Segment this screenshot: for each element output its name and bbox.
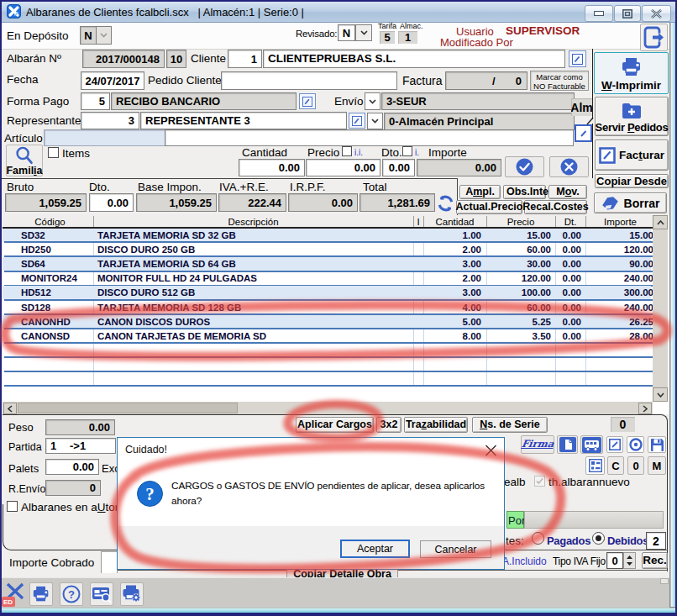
grid-cell-cantidad: 8.00 bbox=[423, 331, 486, 341]
articulo-field[interactable] bbox=[165, 129, 574, 146]
grid-header-i[interactable]: I bbox=[413, 216, 423, 228]
actual-precio-button[interactable]: Actual.Precio bbox=[456, 200, 522, 214]
forma-pago-num-field[interactable]: 5 bbox=[81, 92, 110, 110]
forma-pago-edit-button[interactable] bbox=[299, 93, 316, 109]
m-button[interactable]: M bbox=[648, 456, 666, 475]
toolbar-help-button[interactable]: ? bbox=[60, 582, 83, 606]
grid-row-canonhd[interactable]: CANONHDCANON DISCOS DUROS5.005.250.0026.… bbox=[3, 315, 651, 329]
totals-dto-field[interactable]: 0.00 bbox=[89, 193, 134, 212]
pedido-cliente-field[interactable] bbox=[221, 71, 397, 90]
grid-header-importe[interactable]: Importe bbox=[585, 216, 655, 228]
th-checkbox[interactable] bbox=[534, 476, 545, 487]
dto-input[interactable]: 0.00 bbox=[382, 159, 415, 176]
trazabilidad-button[interactable]: Trazabilidad bbox=[404, 417, 468, 433]
transporte-button[interactable] bbox=[580, 435, 603, 454]
grid-row-sd128[interactable]: SD128TARJETA MEMORIA SD 128 GB4.0060.000… bbox=[3, 301, 651, 314]
almacen-dropdown[interactable] bbox=[367, 113, 383, 129]
marcar-no-facturable[interactable]: Marcar como NO Facturable bbox=[530, 71, 589, 91]
nota-button[interactable] bbox=[557, 435, 578, 454]
scroll-down-button[interactable] bbox=[653, 387, 668, 402]
representante-edit-button[interactable] bbox=[349, 113, 365, 129]
cliente-name-field[interactable]: CLIENTEPRUEBAS S.L. bbox=[263, 50, 565, 68]
cero-button[interactable]: 0 bbox=[627, 456, 644, 475]
recal-costes-button[interactable]: Recal.Costes bbox=[524, 200, 587, 214]
importe-cobrado-tab[interactable] bbox=[101, 551, 118, 573]
edit-pencil-icon bbox=[352, 116, 362, 126]
copiar-desde-button[interactable]: Copiar Desde bbox=[595, 174, 669, 188]
grid-header-cdigo[interactable]: Código bbox=[7, 216, 93, 228]
revisado-field[interactable]: N bbox=[338, 24, 355, 41]
partida-field[interactable]: 1 ->1 bbox=[45, 438, 116, 454]
aceptar-button[interactable]: Aceptar bbox=[340, 540, 410, 558]
tipo-iva-spinner[interactable] bbox=[623, 552, 636, 569]
c-button[interactable]: C bbox=[607, 456, 624, 475]
close-button[interactable] bbox=[642, 5, 671, 22]
tres-x-dos-button[interactable]: 3x2 bbox=[376, 417, 401, 433]
grid-header-dt[interactable]: Dt. bbox=[555, 216, 585, 228]
facturar-button[interactable]: Facturar bbox=[595, 140, 669, 171]
ver-button[interactable] bbox=[627, 436, 644, 453]
grid-row-hd512[interactable]: HD512DISCO DURO 512 GB3.00100.000.00300.… bbox=[3, 286, 651, 299]
accept-line-button[interactable] bbox=[505, 156, 544, 177]
tipo-iva-field[interactable]: 0 bbox=[606, 552, 623, 569]
ampl-button[interactable]: Ampl. bbox=[459, 185, 501, 199]
minimize-button[interactable] bbox=[585, 5, 613, 22]
grid-header-cantidad[interactable]: Cantidad bbox=[423, 216, 486, 228]
representante-num-field[interactable]: 3 bbox=[81, 112, 139, 129]
borrar-button[interactable]: Borrar bbox=[594, 192, 667, 213]
grid-header-precio[interactable]: Precio bbox=[486, 216, 555, 228]
fecha-field[interactable]: 24/07/2017 bbox=[81, 71, 144, 90]
palets-field[interactable]: 0.00 bbox=[45, 459, 99, 475]
articulo-edit-button[interactable] bbox=[575, 124, 592, 142]
dialog-close-icon[interactable] bbox=[485, 445, 497, 456]
rec-button[interactable]: Rec. bbox=[642, 552, 668, 569]
grid-row-monitor24[interactable]: MONITOR24MONITOR FULL HD 24 PULGADAS2.00… bbox=[3, 271, 651, 285]
familia-button[interactable]: Familia bbox=[6, 145, 43, 176]
dto-i-checkbox[interactable] bbox=[402, 146, 412, 156]
exit-button[interactable] bbox=[640, 24, 668, 51]
mov-button[interactable]: Mov. bbox=[548, 185, 587, 199]
cantidad-input[interactable]: 0.00 bbox=[239, 159, 305, 176]
debidos-radio[interactable] bbox=[592, 532, 605, 545]
servir-pedidos-button[interactable]: Servir Pedidos bbox=[595, 97, 669, 136]
cancelar-button[interactable]: Cancelar bbox=[420, 540, 491, 558]
grid-row-hd250[interactable]: HD250DISCO DURO 250 GB2.0060.000.00120.0… bbox=[3, 243, 651, 256]
estructura-button[interactable] bbox=[585, 456, 605, 475]
grid-vscrollbar[interactable] bbox=[653, 215, 668, 402]
scroll-right-button[interactable] bbox=[638, 403, 652, 414]
cliente-edit-button[interactable] bbox=[569, 50, 586, 67]
items-checkbox[interactable] bbox=[48, 147, 59, 158]
aplicar-cargos-button[interactable]: Aplicar Cargos bbox=[296, 417, 374, 433]
en-deposito-dropdown[interactable] bbox=[96, 26, 112, 45]
toolbar-print-button[interactable] bbox=[29, 582, 53, 606]
cliente-num-field[interactable]: 1 bbox=[228, 50, 262, 68]
albaranes-checkbox[interactable] bbox=[7, 501, 18, 512]
hscroll-thumb[interactable] bbox=[18, 403, 238, 413]
articulo-family-field[interactable] bbox=[44, 129, 165, 146]
precio-ii-checkbox[interactable] bbox=[342, 146, 352, 156]
grid-header-descripcin[interactable]: Descripción bbox=[93, 216, 413, 228]
envio-dropdown[interactable] bbox=[365, 92, 380, 110]
toolbar-search-form-button[interactable] bbox=[90, 582, 113, 606]
articulo-tab-label[interactable]: Artículo bbox=[4, 133, 43, 145]
obs-inter-button[interactable]: Obs.Inter bbox=[503, 185, 546, 199]
precio-input[interactable]: 0.00 bbox=[306, 159, 380, 176]
firma-button[interactable]: Firma bbox=[521, 435, 554, 454]
refresh-icon[interactable] bbox=[436, 193, 455, 213]
grid-row-sd32[interactable]: SD32TARJETA MEMORIA SD 32 GB1.0015.000.0… bbox=[3, 229, 651, 242]
scroll-up-button[interactable] bbox=[653, 215, 668, 229]
title-bar[interactable]: Albaranes de Clientes fcalbcli.scx | Alm… bbox=[2, 2, 675, 23]
imprimir-button[interactable]: W-Imprimir bbox=[594, 52, 669, 94]
guardar-button[interactable] bbox=[648, 436, 666, 453]
editar-linea-button[interactable] bbox=[606, 436, 623, 453]
pagados-radio[interactable] bbox=[532, 532, 544, 545]
toolbar-print-config-button[interactable] bbox=[120, 582, 144, 606]
nos-serie-button[interactable]: Ns. de Serie bbox=[472, 417, 548, 433]
revisado-dropdown[interactable] bbox=[355, 24, 372, 41]
scroll-left-button[interactable] bbox=[3, 403, 17, 414]
cancel-line-button[interactable] bbox=[549, 156, 589, 177]
representante-field[interactable]: REPRESENTANTE 3 bbox=[140, 112, 347, 129]
grid-row-sd64[interactable]: SD64TARJETA MEMORIA SD 64 GB3.0030.000.0… bbox=[3, 257, 651, 271]
grid-row-canonsd[interactable]: CANONSDCANON TARJETAS DE MEMORIA SD8.003… bbox=[3, 329, 651, 343]
restore-button[interactable] bbox=[614, 5, 641, 22]
